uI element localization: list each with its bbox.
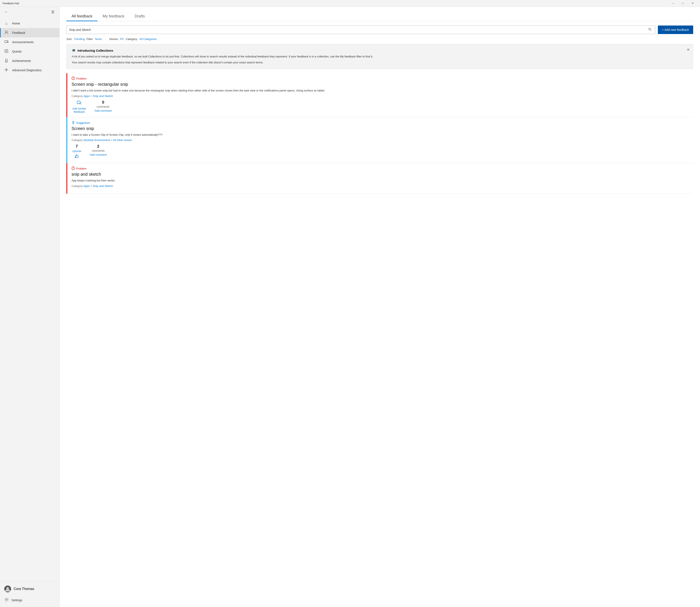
sidebar-item-advanced-diagnostics[interactable]: Advanced Diagnostics — [0, 65, 59, 75]
add-similar-button[interactable]: Add similarfeedback — [72, 107, 87, 114]
feedback-type-2: Suggestion — [72, 121, 693, 125]
device-value[interactable]: PC — [120, 38, 124, 41]
feedback-category-1: Category Apps > Snip and Sketch — [72, 95, 693, 98]
tab-my-feedback[interactable]: My feedback — [98, 12, 129, 21]
feedback-actions-1: Add similarfeedback 0 comments Add comme… — [72, 100, 693, 114]
comment-label-1: comments — [97, 105, 109, 108]
comment-count-1: 0 — [102, 100, 104, 105]
maximize-button[interactable]: □ — [678, 0, 688, 7]
feedback-item-1: Problem Screen snip - rectangular snip I… — [66, 73, 693, 118]
category-primary-1[interactable]: Apps — [83, 95, 90, 98]
feedback-type-label-3: Problem — [76, 167, 86, 170]
svg-point-11 — [73, 121, 74, 123]
category-sep-2: > — [111, 139, 113, 142]
svg-rect-1 — [5, 41, 7, 43]
user-name: Cora Thomas — [14, 587, 34, 591]
banner-body-1: A lot of you asked us to merge duplicate… — [72, 55, 688, 59]
title-bar-text: Feedback Hub — [3, 2, 668, 5]
feedback-item-2: Suggestion Screen snip I want to take a … — [66, 118, 693, 163]
sidebar-item-feedback-label: Feedback — [12, 31, 25, 35]
svg-point-3 — [5, 59, 7, 61]
minimize-button[interactable]: ─ — [668, 0, 678, 7]
title-bar-controls: ─ □ ✕ — [668, 0, 697, 7]
banner-icon: 💻 — [72, 48, 76, 52]
banner-close-button[interactable]: ✕ — [686, 47, 691, 53]
feedback-category-3: Category Apps > Snip and Sketch — [72, 184, 693, 188]
category-primary-2[interactable]: Desktop Environment — [83, 139, 110, 142]
category-prefix-2: Category — [72, 139, 83, 142]
sidebar-item-announcements[interactable]: Announcements — [0, 38, 59, 47]
sidebar-item-home-label: Home — [12, 22, 20, 25]
close-button[interactable]: ✕ — [688, 0, 697, 7]
category-secondary-3[interactable]: Snip and Sketch — [93, 184, 113, 188]
category-prefix-3: Category — [72, 184, 83, 188]
feedback-type-3: Problem — [72, 167, 693, 171]
feedback-title-3[interactable]: snip and sketch — [72, 172, 693, 177]
feedback-title-1[interactable]: Screen snip - rectangular snip — [72, 82, 693, 87]
upvote-count: 7 — [76, 144, 78, 149]
svg-rect-10 — [77, 101, 80, 103]
main-content: All feedback My feedback Drafts + Add ne… — [60, 7, 700, 607]
feedback-title-2[interactable]: Screen snip — [72, 126, 693, 131]
sidebar-item-quests-label: Quests — [12, 50, 21, 53]
avatar — [4, 586, 11, 592]
feedback-type-1: Problem — [72, 77, 693, 81]
category-label: Category: — [126, 38, 138, 41]
suggestion-icon-2 — [72, 121, 75, 125]
category-primary-3[interactable]: Apps — [83, 184, 90, 188]
sidebar-item-feedback[interactable]: Feedback — [0, 28, 59, 38]
category-prefix-1: Category — [72, 95, 83, 98]
search-row: + Add new feedback — [66, 25, 693, 34]
tab-drafts[interactable]: Drafts — [129, 12, 150, 21]
sidebar-item-advanced-diagnostics-label: Advanced Diagnostics — [12, 68, 42, 72]
search-button[interactable] — [647, 27, 653, 33]
category-sep-3: > — [91, 184, 93, 188]
settings-label: Settings — [12, 599, 22, 602]
add-similar-group: Add similarfeedback — [72, 100, 87, 114]
sidebar-item-home[interactable]: ⌂ Home — [0, 19, 59, 28]
filter-value[interactable]: None — [95, 38, 102, 41]
feedback-item-3: Problem snip and sketch App keeps crashi… — [66, 163, 693, 194]
quests-icon — [4, 49, 9, 54]
svg-point-0 — [5, 31, 7, 33]
sidebar-item-achievements[interactable]: Achievements — [0, 56, 59, 65]
sidebar-item-quests[interactable]: Quests — [0, 47, 59, 56]
tabs-container: All feedback My feedback Drafts — [66, 12, 693, 21]
tab-all-feedback[interactable]: All feedback — [66, 12, 98, 21]
problem-icon-1 — [72, 77, 75, 81]
settings-icon — [4, 598, 9, 603]
sort-value[interactable]: Trending — [74, 38, 85, 41]
sidebar: ← ☰ ⌂ Home Feedback — [0, 7, 60, 607]
category-value[interactable]: All Categories — [139, 38, 157, 41]
svg-point-4 — [6, 69, 7, 70]
feedback-actions-2: 7 Upvote 2 comments Add comment — [72, 144, 693, 160]
upvote-button[interactable]: Upvote — [72, 149, 82, 153]
sidebar-item-announcements-label: Announcements — [12, 40, 34, 44]
category-secondary-1[interactable]: Snip and Sketch — [93, 95, 113, 98]
search-input[interactable] — [69, 28, 647, 32]
hamburger-button[interactable]: ☰ — [49, 9, 56, 15]
sidebar-item-achievements-label: Achievements — [12, 59, 31, 63]
back-button[interactable]: ← — [3, 9, 9, 15]
home-icon: ⌂ — [4, 21, 9, 26]
settings-item[interactable]: Settings — [3, 596, 56, 604]
svg-point-7 — [649, 28, 651, 30]
user-profile[interactable]: Cora Thomas — [3, 585, 56, 593]
upvote-group: 7 Upvote — [72, 144, 82, 160]
comment-group-1: 0 comments Add comment — [94, 100, 113, 113]
add-comment-button-1[interactable]: Add comment — [94, 109, 113, 113]
svg-point-9 — [73, 79, 74, 79]
add-new-feedback-button[interactable]: + Add new feedback — [658, 25, 694, 34]
feedback-category-2: Category Desktop Environment > All other… — [72, 139, 693, 142]
category-secondary-2[interactable]: All other issues — [113, 139, 132, 142]
comment-group-2: 2 comments Add comment — [89, 144, 107, 157]
svg-point-6 — [6, 599, 7, 600]
problem-icon-3 — [72, 167, 75, 171]
filter-divider: | — [105, 38, 106, 41]
info-banner: 💻 Introducing Collections A lot of you a… — [66, 44, 693, 69]
category-sep-1: > — [91, 95, 93, 98]
add-comment-button-2[interactable]: Add comment — [89, 153, 107, 157]
feedback-type-label-2: Suggestion — [76, 121, 90, 124]
achievements-icon — [4, 58, 9, 64]
sidebar-top: ← ☰ — [0, 7, 59, 17]
